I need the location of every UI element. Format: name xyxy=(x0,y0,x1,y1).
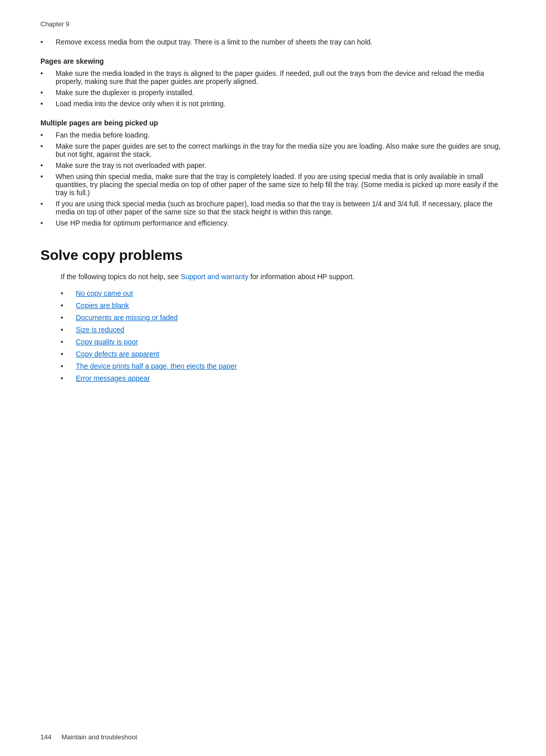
list-item: Copy quality is poor xyxy=(61,338,506,346)
list-item: Fan the media before loading. xyxy=(40,131,506,139)
list-item: Size is reduced xyxy=(61,326,506,334)
list-item: Load media into the device only when it … xyxy=(40,100,506,108)
top-bullet-item: Remove excess media from the output tray… xyxy=(40,38,506,46)
list-item: Copies are blank xyxy=(61,301,506,309)
list-item: When using thin special media, make sure… xyxy=(40,172,506,197)
solve-copy-intro: If the following topics do not help, see… xyxy=(61,272,506,282)
no-copy-came-out-link[interactable]: No copy came out xyxy=(76,289,133,297)
device-prints-half-page-link[interactable]: The device prints half a page, then ejec… xyxy=(76,362,237,370)
copies-are-blank-link[interactable]: Copies are blank xyxy=(76,301,129,309)
error-messages-appear-link[interactable]: Error messages appear xyxy=(76,374,150,382)
list-item: If you are using thick special media (su… xyxy=(40,200,506,216)
list-item: Make sure the tray is not overloaded wit… xyxy=(40,161,506,169)
support-warranty-link[interactable]: Support and warranty xyxy=(180,273,248,281)
multiple-pages-section: Multiple pages are being picked up Fan t… xyxy=(40,119,506,227)
list-item: No copy came out xyxy=(61,289,506,297)
multiple-pages-list: Fan the media before loading. Make sure … xyxy=(40,131,506,227)
list-item: Copy defects are apparent xyxy=(61,350,506,358)
list-item: Error messages appear xyxy=(61,374,506,382)
pages-skewing-heading: Pages are skewing xyxy=(40,57,506,65)
size-reduced-link[interactable]: Size is reduced xyxy=(76,326,124,334)
list-item: Make sure the media loaded in the trays … xyxy=(40,69,506,85)
chapter-label: Chapter 9 xyxy=(40,20,506,28)
list-item: Make sure the paper guides are set to th… xyxy=(40,142,506,158)
multiple-pages-heading: Multiple pages are being picked up xyxy=(40,119,506,127)
pages-skewing-section: Pages are skewing Make sure the media lo… xyxy=(40,57,506,108)
solve-copy-section: Solve copy problems If the following top… xyxy=(40,247,506,382)
footer-section-label: Maintain and troubleshoot xyxy=(62,733,138,741)
copy-quality-poor-link[interactable]: Copy quality is poor xyxy=(76,338,138,346)
list-item: Use HP media for optimum performance and… xyxy=(40,219,506,227)
page-footer: 144 Maintain and troubleshoot xyxy=(40,733,506,741)
list-item: Documents are missing or faded xyxy=(61,314,506,322)
documents-missing-faded-link[interactable]: Documents are missing or faded xyxy=(76,314,178,322)
copy-defects-apparent-link[interactable]: Copy defects are apparent xyxy=(76,350,159,358)
footer-page-number: 144 xyxy=(40,733,52,741)
solve-copy-links: No copy came out Copies are blank Docume… xyxy=(61,289,506,382)
list-item: Make sure the duplexer is properly insta… xyxy=(40,88,506,97)
list-item: The device prints half a page, then ejec… xyxy=(61,362,506,370)
solve-copy-heading: Solve copy problems xyxy=(40,247,506,263)
pages-skewing-list: Make sure the media loaded in the trays … xyxy=(40,69,506,108)
